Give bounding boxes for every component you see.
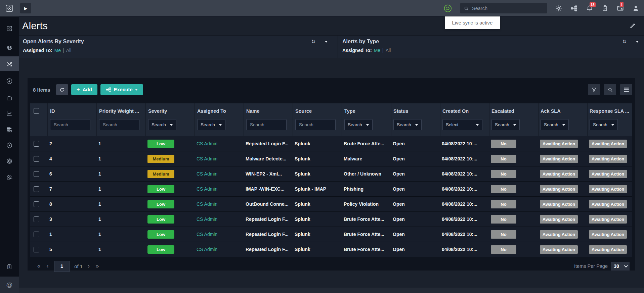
table-row[interactable]: 51LowCS AdminRepeated Login F...SplunkBr… [30,242,632,257]
sidebar-item-dashboards[interactable] [0,21,19,36]
assigned-to-link[interactable]: CS Admin [197,171,217,177]
widget-menu-button[interactable] [636,41,639,43]
assigned-to-link[interactable]: CS Admin [197,232,217,237]
column-header-severity[interactable]: Severity [145,103,195,118]
column-header-source[interactable]: Source [293,103,342,118]
next-page-button[interactable]: › [85,263,93,270]
execute-button[interactable]: Execute [100,84,143,95]
workflow-icon[interactable] [570,5,578,12]
sidebar-item-sandbox[interactable] [0,138,19,153]
table-row[interactable]: 61MediumCS AdminWIN-EP2 - Xml...SplunkOt… [30,166,632,182]
sidebar-item-users[interactable] [0,170,19,185]
filter-select-status[interactable]: Search [393,119,422,130]
assigned-all-link[interactable]: All [386,48,391,53]
table-row[interactable]: 11LowCS AdminRepeated Login F...SplunkBr… [30,227,632,242]
widget-refresh-button[interactable]: ↻ [311,39,315,45]
column-header-priority-weight[interactable]: Priority Weight ... [96,103,145,118]
table-row[interactable]: 81LowCS AdminOutBound Conne...SplunkPoli… [30,197,632,212]
filter-select-assigned-to[interactable]: Search [197,119,225,130]
chevron-down-icon [636,41,639,43]
last-page-button[interactable]: » [93,263,102,270]
sidebar-item-cases[interactable] [0,91,19,105]
sidebar-item-mentions[interactable]: @ [0,277,19,293]
assigned-me-link[interactable]: Me [374,48,380,53]
sidebar-item-teams[interactable] [0,40,19,55]
filter-input-source[interactable] [295,119,336,130]
column-header-status[interactable]: Status [391,103,440,118]
sidebar-item-integrations[interactable] [0,154,19,168]
sidebar-item-automation[interactable] [0,74,19,89]
table-row[interactable]: 21LowCS AdminRepeated Login F...SplunkBr… [30,136,632,151]
assigned-to-link[interactable]: CS Admin [197,216,217,222]
filter-select-escalated[interactable]: Search [491,119,520,130]
filter-select-ack-sla[interactable]: Search [541,119,569,130]
table-row[interactable]: 31LowCS AdminRepeated Login F...SplunkBr… [30,212,632,227]
page-title: Alerts [22,20,48,32]
user-profile-icon[interactable] [632,5,639,12]
column-header-name[interactable]: Name [244,103,293,118]
column-header-assigned-to[interactable]: Assigned To [195,103,244,118]
current-page-box[interactable]: 1 [54,261,70,272]
table-row[interactable]: 71LowCS AdminIMAP -WIN-EXC...Splunk - IM… [30,182,632,197]
row-checkbox[interactable] [34,141,39,147]
items-per-page-select[interactable]: 30 [611,262,630,271]
assigned-me-link[interactable]: Me [54,48,61,53]
first-page-button[interactable]: « [34,263,43,270]
column-header-ack-sla[interactable]: Ack SLA [538,103,587,118]
filter-button[interactable] [588,84,600,95]
table-row[interactable]: 41MediumCS AdminMalware Detecte...Splunk… [30,151,632,166]
column-header-escalated[interactable]: Escalated [489,103,538,118]
assigned-to-link[interactable]: CS Admin [197,141,217,146]
row-checkbox[interactable] [34,186,39,192]
global-search-input[interactable] [472,6,544,11]
row-checkbox[interactable] [34,232,39,237]
filter-select-type[interactable]: Search [344,119,373,130]
filter-select-response-sla[interactable]: Search [590,119,618,130]
add-button[interactable]: +Add [71,84,97,95]
column-header-type[interactable]: Type [342,103,391,118]
row-checkbox[interactable] [34,156,39,162]
notifications-bell-icon[interactable]: 13 [586,5,593,12]
row-checkbox[interactable] [34,216,39,222]
sidebar-item-alerts[interactable] [0,56,19,71]
column-header-id[interactable]: ID [47,103,96,118]
filter-select-severity[interactable]: Search [148,119,176,130]
row-checkbox[interactable] [34,171,39,177]
system-health-icon[interactable]: ! [616,4,624,12]
global-search[interactable] [460,3,547,13]
main-content: Alerts Open Alerts By Severity ↻ Assigne… [19,16,644,293]
hamburger-icon [624,88,629,92]
prev-page-button[interactable]: ‹ [43,263,51,270]
filter-input-priority-weight[interactable] [99,119,139,130]
sidebar-item-tasks[interactable]: S [0,259,19,274]
column-menu-button[interactable] [620,84,632,95]
select-all-checkbox[interactable] [34,108,39,114]
assigned-to-link[interactable]: CS Admin [197,247,217,252]
assigned-to-link[interactable]: CS Admin [197,201,217,207]
live-sync-icon[interactable] [443,4,452,13]
grid-search-button[interactable] [604,84,616,95]
settings-gear-icon[interactable] [555,5,562,12]
response-sla-badge: Awaiting Action [589,140,627,148]
widget-refresh-button[interactable]: ↻ [622,39,627,45]
filter-input-name[interactable] [246,119,287,130]
cell-created-on: 04/08/2022 10:... [442,216,477,222]
assigned-to-link[interactable]: CS Admin [197,156,217,161]
filter-select-created-on[interactable]: Select [442,119,482,130]
assigned-all-link[interactable]: All [66,48,72,53]
edit-page-button[interactable] [629,22,636,29]
chart-line-icon [6,110,13,117]
filter-input-id[interactable] [50,119,90,130]
audit-clipboard-icon[interactable] [601,5,608,12]
play-button[interactable]: ▶ [20,3,31,13]
assigned-to-link[interactable]: CS Admin [197,186,217,192]
column-header-created-on[interactable]: Created On [440,103,489,118]
row-checkbox[interactable] [34,247,39,252]
shuffle-icon [6,60,13,67]
row-checkbox[interactable] [34,201,39,207]
column-header-response-sla[interactable]: Response SLA ... [587,103,632,118]
sidebar-item-analytics[interactable] [0,106,19,121]
sidebar-item-widgets[interactable] [0,123,19,137]
widget-menu-button[interactable] [325,41,328,43]
refresh-grid-button[interactable] [56,84,68,95]
